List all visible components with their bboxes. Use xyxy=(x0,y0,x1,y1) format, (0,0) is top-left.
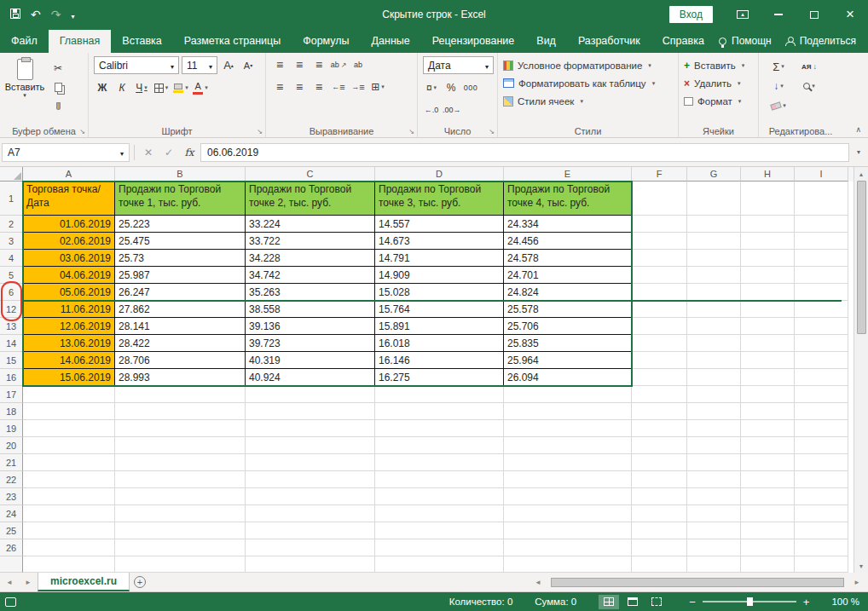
cell-G2[interactable] xyxy=(687,216,741,233)
conditional-formatting-button[interactable]: Условное форматирование xyxy=(503,56,674,74)
cell-I4[interactable] xyxy=(795,250,848,267)
cell-A15[interactable]: 14.06.2019 xyxy=(23,352,115,369)
cell-H24[interactable] xyxy=(741,505,795,522)
cell-A5[interactable]: 04.06.2019 xyxy=(23,267,115,284)
cell-H14[interactable] xyxy=(741,335,795,352)
cell-F3[interactable] xyxy=(632,233,687,250)
align-top-icon[interactable] xyxy=(271,56,288,73)
cell-E2[interactable]: 24.334 xyxy=(504,216,632,233)
font-dialog-launcher-icon[interactable]: ↘ xyxy=(257,128,263,135)
cell-H19[interactable] xyxy=(741,420,795,437)
cell-E18[interactable] xyxy=(504,403,632,420)
cell-C15[interactable]: 40.319 xyxy=(246,352,375,369)
delete-cells-button[interactable]: × Удалить xyxy=(684,74,755,92)
tab-Вид[interactable]: Вид xyxy=(525,30,567,53)
cell-D5[interactable]: 14.909 xyxy=(375,267,504,284)
cell-D6[interactable]: 15.028 xyxy=(375,284,504,301)
clear-icon[interactable] xyxy=(764,97,793,114)
cell-I15[interactable] xyxy=(795,352,848,369)
increase-decimal-icon[interactable] xyxy=(423,101,440,118)
cell-G3[interactable] xyxy=(687,233,741,250)
cell-C4[interactable]: 34.228 xyxy=(246,250,375,267)
cell-B16[interactable]: 28.993 xyxy=(115,369,246,386)
row-header-15[interactable]: 15 xyxy=(0,352,23,369)
cell-H18[interactable] xyxy=(741,403,795,420)
cell-B18[interactable] xyxy=(115,403,246,420)
cell-D16[interactable]: 16.275 xyxy=(375,369,504,386)
cell-D21[interactable] xyxy=(375,454,504,471)
cell-E5[interactable]: 24.701 xyxy=(504,267,632,284)
page-break-view-icon[interactable] xyxy=(646,595,667,609)
cell-D18[interactable] xyxy=(375,403,504,420)
row-header-19[interactable]: 19 xyxy=(0,420,23,437)
cell-H16[interactable] xyxy=(741,369,795,386)
cell-F25[interactable] xyxy=(632,522,687,539)
cell-I16[interactable] xyxy=(795,369,848,386)
cell-I14[interactable] xyxy=(795,335,848,352)
select-all-corner[interactable] xyxy=(0,167,23,182)
cell-A13[interactable]: 12.06.2019 xyxy=(23,318,115,335)
column-header-B[interactable]: B xyxy=(115,167,246,182)
cell-B6[interactable]: 26.247 xyxy=(115,284,246,301)
cell-B14[interactable]: 28.422 xyxy=(115,335,246,352)
cell-E24[interactable] xyxy=(504,505,632,522)
cell-C22[interactable] xyxy=(246,471,375,488)
cell-F12[interactable] xyxy=(632,301,687,318)
cell-A19[interactable] xyxy=(23,420,115,437)
vertical-scroll-thumb[interactable] xyxy=(857,181,866,334)
borders-icon[interactable] xyxy=(153,79,170,96)
tab-Формулы[interactable]: Формулы xyxy=(292,30,360,53)
row-header-4[interactable]: 4 xyxy=(0,250,23,267)
cell-B21[interactable] xyxy=(115,454,246,471)
cell-styles-button[interactable]: Стили ячеек xyxy=(503,92,674,110)
cell-H4[interactable] xyxy=(741,250,795,267)
cell-H12[interactable] xyxy=(741,301,795,318)
cell-C13[interactable]: 39.136 xyxy=(246,318,375,335)
cell-C26[interactable] xyxy=(246,539,375,556)
cell-G19[interactable] xyxy=(687,420,741,437)
wrap-text-icon[interactable]: ab xyxy=(350,56,367,73)
format-cells-button[interactable]: Формат xyxy=(684,92,755,110)
cell-E25[interactable] xyxy=(504,522,632,539)
cell-E16[interactable]: 26.094 xyxy=(504,369,632,386)
row-header-6[interactable]: 6 xyxy=(0,284,23,301)
confirm-entry-icon[interactable] xyxy=(159,143,178,162)
decrease-decimal-icon[interactable] xyxy=(443,101,461,118)
row-header-23[interactable]: 23 xyxy=(0,488,23,505)
cell-C23[interactable] xyxy=(246,488,375,505)
cell-B15[interactable]: 28.706 xyxy=(115,352,246,369)
row-header-25[interactable]: 25 xyxy=(0,522,23,539)
scroll-down-icon[interactable]: ▼ xyxy=(854,559,868,573)
close-icon[interactable]: × xyxy=(832,0,868,29)
cell-C2[interactable]: 33.224 xyxy=(246,216,375,233)
format-as-table-button[interactable]: Форматировать как таблицу xyxy=(503,74,674,92)
cell-E3[interactable]: 24.456 xyxy=(504,233,632,250)
cell-I[interactable] xyxy=(795,556,848,573)
merge-center-icon[interactable] xyxy=(369,78,386,95)
row-header-5[interactable]: 5 xyxy=(0,267,23,284)
cell-G15[interactable] xyxy=(687,352,741,369)
cell-D2[interactable]: 14.557 xyxy=(375,216,504,233)
cell-G24[interactable] xyxy=(687,505,741,522)
cell-I18[interactable] xyxy=(795,403,848,420)
cell-F6[interactable] xyxy=(632,284,687,301)
cut-icon[interactable] xyxy=(49,60,67,77)
hscroll-right-icon[interactable]: ► xyxy=(848,579,866,586)
find-select-icon[interactable] xyxy=(795,78,824,95)
cell-G6[interactable] xyxy=(687,284,741,301)
cell-I21[interactable] xyxy=(795,454,848,471)
orientation-icon[interactable] xyxy=(330,56,347,73)
cell-A[interactable] xyxy=(23,556,115,573)
macro-record-icon[interactable] xyxy=(5,597,16,607)
cell-E23[interactable] xyxy=(504,488,632,505)
cell-B[interactable] xyxy=(115,556,246,573)
cell-E26[interactable] xyxy=(504,539,632,556)
cell-B3[interactable]: 25.475 xyxy=(115,233,246,250)
cell-D20[interactable] xyxy=(375,437,504,454)
cell-A16[interactable]: 15.06.2019 xyxy=(23,369,115,386)
cell-F15[interactable] xyxy=(632,352,687,369)
alignment-dialog-launcher-icon[interactable]: ↘ xyxy=(408,128,414,135)
cell-G26[interactable] xyxy=(687,539,741,556)
minimize-icon[interactable] xyxy=(761,0,796,29)
cell-G17[interactable] xyxy=(687,386,741,403)
